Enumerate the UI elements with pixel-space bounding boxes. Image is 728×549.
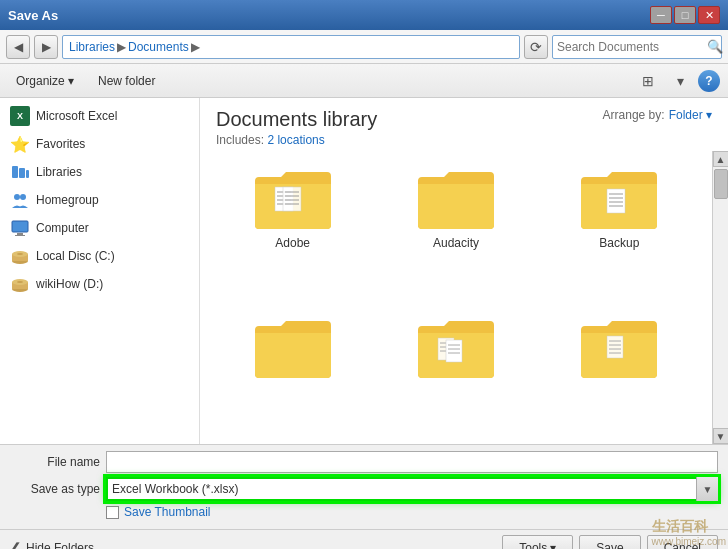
save-button[interactable]: Save: [579, 535, 640, 550]
tools-label: Tools: [519, 541, 547, 550]
view-dropdown-button[interactable]: ▾: [666, 68, 694, 94]
thumbnail-checkbox[interactable]: [106, 506, 119, 519]
folder-label-backup: Backup: [599, 236, 639, 250]
view-button[interactable]: ⊞: [634, 68, 662, 94]
file-browser: Documents library Includes: 2 locations …: [200, 98, 728, 444]
svg-rect-8: [15, 235, 25, 236]
folder-icon-4: [253, 318, 333, 383]
folder-5[interactable]: [379, 310, 532, 435]
sidebar-item-label-excel: Microsoft Excel: [36, 109, 117, 123]
folder-icon-backup: [579, 169, 659, 234]
locations-link[interactable]: 2 locations: [267, 133, 324, 147]
hide-folders-button[interactable]: ❮ Hide Folders: [10, 540, 94, 550]
path-separator-1: ▶: [117, 40, 126, 54]
scroll-thumb[interactable]: [714, 169, 728, 199]
filename-label: File name: [10, 455, 100, 469]
library-info: Documents library Includes: 2 locations: [216, 108, 377, 147]
disk-d-icon: [10, 274, 30, 294]
svg-rect-40: [607, 336, 623, 358]
excel-icon: X: [10, 106, 30, 126]
sidebar-item-label-libraries: Libraries: [36, 165, 82, 179]
scroll-up-arrow[interactable]: ▲: [713, 151, 729, 167]
svg-point-3: [14, 194, 20, 200]
sidebar-item-label-local-disc: Local Disc (C:): [36, 249, 115, 263]
toolbar: Organize ▾ New folder ⊞ ▾ ?: [0, 64, 728, 98]
sidebar-item-wikihow[interactable]: wikiHow (D:): [0, 270, 199, 298]
folder-icon-6: [579, 318, 659, 383]
sidebar-item-local-disc[interactable]: Local Disc (C:): [0, 242, 199, 270]
savetype-arrow[interactable]: ▼: [696, 477, 718, 501]
title-bar: Save As ─ □ ✕: [0, 0, 728, 30]
star-icon: ⭐: [10, 134, 30, 154]
path-libraries[interactable]: Libraries: [69, 40, 115, 54]
filename-input[interactable]: [106, 451, 718, 473]
computer-icon: [10, 218, 30, 238]
footer-bar: ❮ Hide Folders Tools ▾ Save Cancel: [0, 529, 728, 549]
svg-rect-27: [607, 189, 625, 213]
disk-c-icon: [10, 246, 30, 266]
browser-scrollbar[interactable]: ▲ ▼: [712, 151, 728, 444]
help-button[interactable]: ?: [698, 70, 720, 92]
address-path[interactable]: Libraries ▶ Documents ▶: [62, 35, 520, 59]
sidebar-item-computer[interactable]: Computer: [0, 214, 199, 242]
forward-button[interactable]: ▶: [34, 35, 58, 59]
savetype-select[interactable]: Excel Workbook (*.xlsx) Excel 97-2003 Wo…: [106, 477, 718, 501]
savetype-wrapper: Excel Workbook (*.xlsx) Excel 97-2003 Wo…: [106, 477, 718, 501]
tools-button[interactable]: Tools ▾: [502, 535, 573, 550]
search-input[interactable]: [557, 40, 707, 54]
sidebar-item-excel[interactable]: X Microsoft Excel: [0, 102, 199, 130]
folder-4[interactable]: [216, 310, 369, 435]
arrange-by-value[interactable]: Folder ▾: [669, 108, 712, 122]
folder-icon-adobe: [253, 169, 333, 234]
organize-button[interactable]: Organize ▾: [8, 68, 82, 94]
sidebar-item-libraries[interactable]: Libraries: [0, 158, 199, 186]
minimize-button[interactable]: ─: [650, 6, 672, 24]
scroll-down-arrow[interactable]: ▼: [713, 428, 729, 444]
svg-point-12: [17, 253, 23, 255]
footer-actions: Tools ▾ Save Cancel: [502, 535, 718, 550]
maximize-button[interactable]: □: [674, 6, 696, 24]
svg-point-16: [17, 281, 23, 283]
close-button[interactable]: ✕: [698, 6, 720, 24]
new-folder-button[interactable]: New folder: [90, 68, 163, 94]
tools-arrow-icon: ▾: [550, 541, 556, 550]
search-icon[interactable]: 🔍: [707, 39, 723, 54]
folder-icon-audacity: [416, 169, 496, 234]
refresh-button[interactable]: ⟳: [524, 35, 548, 59]
svg-rect-2: [26, 170, 29, 178]
bottom-area: File name Save as type Excel Workbook (*…: [0, 444, 728, 529]
thumbnail-row: Save Thumbnail: [106, 505, 718, 519]
sidebar-item-homegroup[interactable]: Homegroup: [0, 186, 199, 214]
window-title: Save As: [8, 8, 58, 23]
homegroup-icon: [10, 190, 30, 210]
filename-row: File name: [10, 451, 718, 473]
folder-audacity[interactable]: Audacity: [379, 161, 532, 300]
svg-rect-36: [446, 340, 462, 362]
folder-6[interactable]: [543, 310, 696, 435]
library-icon: [10, 162, 30, 182]
svg-rect-22: [283, 187, 301, 211]
thumbnail-label[interactable]: Save Thumbnail: [124, 505, 211, 519]
back-button[interactable]: ◀: [6, 35, 30, 59]
folder-label-audacity: Audacity: [433, 236, 479, 250]
hide-folders-chevron: ❮: [10, 540, 22, 550]
library-subtitle: Includes: 2 locations: [216, 133, 377, 147]
sidebar: X Microsoft Excel ⭐ Favorites Libraries: [0, 98, 200, 444]
arrange-by: Arrange by: Folder ▾: [603, 108, 712, 122]
svg-point-4: [20, 194, 26, 200]
savetype-label: Save as type: [10, 482, 100, 496]
arrange-by-label: Arrange by:: [603, 108, 665, 122]
folder-backup[interactable]: Backup: [543, 161, 696, 300]
browser-header: Documents library Includes: 2 locations …: [200, 98, 728, 151]
cancel-button[interactable]: Cancel: [647, 535, 718, 550]
hide-folders-label: Hide Folders: [26, 541, 94, 550]
path-documents[interactable]: Documents: [128, 40, 189, 54]
sidebar-item-favorites[interactable]: ⭐ Favorites: [0, 130, 199, 158]
main-content: X Microsoft Excel ⭐ Favorites Libraries: [0, 98, 728, 444]
folder-adobe[interactable]: Adobe: [216, 161, 369, 300]
search-box: 🔍: [552, 35, 722, 59]
toolbar-right: ⊞ ▾ ?: [634, 68, 720, 94]
svg-rect-7: [17, 233, 23, 235]
address-bar: ◀ ▶ Libraries ▶ Documents ▶ ⟳ 🔍: [0, 30, 728, 64]
folder-icon-5: [416, 318, 496, 383]
